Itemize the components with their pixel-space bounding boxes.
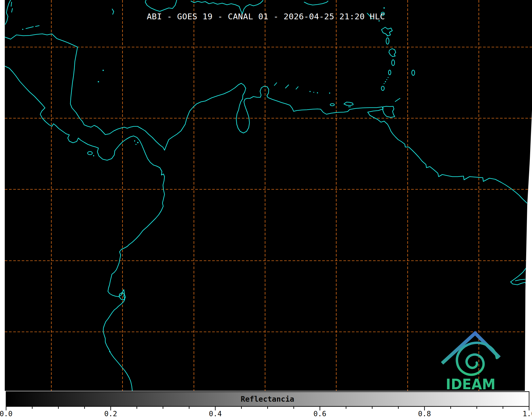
satellite-raster: [5, 0, 532, 391]
satellite-image-figure: ABI - GOES 19 - CANAL 01 - 2026-04-25 21…: [0, 0, 532, 417]
map-canvas: ABI - GOES 19 - CANAL 01 - 2026-04-25 21…: [0, 0, 532, 417]
colorbar-tick-label: 0.8: [418, 410, 431, 417]
colorbar-tick-label: 0.0: [0, 410, 12, 417]
colorbar-tick-labels: 0.00.20.40.60.81.0: [0, 410, 532, 417]
colorbar-tick-label: 0.2: [104, 410, 117, 417]
image-title: ABI - GOES 19 - CANAL 01 - 2026-04-25 21…: [147, 12, 385, 21]
ideam-logo-text: IDEAM: [446, 375, 495, 393]
colorbar-label: Reflectancia: [241, 395, 294, 404]
colorbar-tick-label: 0.6: [313, 410, 326, 417]
colorbar-tick-label: 1.0: [523, 410, 532, 417]
colorbar: 0.00.20.40.60.81.0 Reflectancia: [0, 392, 532, 417]
colorbar-ticks: [6, 406, 529, 410]
colorbar-tick-label: 0.4: [209, 410, 222, 417]
